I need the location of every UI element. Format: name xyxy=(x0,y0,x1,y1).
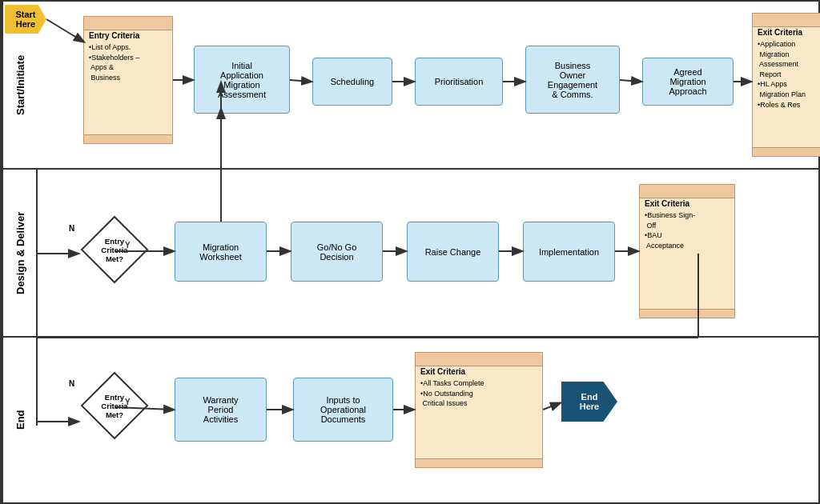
start-here-label: StartHere xyxy=(5,5,46,34)
lane-label-design-deliver: Design & Deliver xyxy=(2,170,37,336)
lanes: Start/Initiate Entry Criteria •List of A… xyxy=(2,2,818,502)
svg-line-17 xyxy=(543,403,560,410)
exit-criteria-1-title: Exit Criteria xyxy=(758,28,802,37)
exit-criteria-3-body: •All Tasks Complete•No Outstanding Criti… xyxy=(420,378,484,409)
n-label-2: N xyxy=(69,224,74,233)
inputs-operational-box: Inputs toOperationalDocuments xyxy=(293,378,393,442)
warranty-period-box: WarrantyPeriodActivities xyxy=(175,378,267,442)
entry-criteria-2-diamond-container: EntryCriteriaMet? xyxy=(78,222,151,278)
go-no-go-box: Go/No GoDecision xyxy=(291,222,383,282)
lane-start-initiate: Start/Initiate Entry Criteria •List of A… xyxy=(2,2,818,170)
biz-owner-box: BusinessOwnerEngagement& Comms. xyxy=(525,46,620,114)
svg-line-4 xyxy=(620,80,641,82)
exit-criteria-2-title: Exit Criteria xyxy=(645,199,689,208)
exit-criteria-1-body: •Application Migration Assessment Report… xyxy=(758,39,806,110)
raise-change-box: Raise Change xyxy=(407,222,499,282)
diamond-2-label: EntryCriteriaMet? xyxy=(78,222,151,278)
migration-worksheet-box: MigrationWorksheet xyxy=(175,222,267,282)
lane-content-1: Entry Criteria •List of Apps.•Stakeholde… xyxy=(37,2,818,168)
exit-criteria-3-title: Exit Criteria xyxy=(420,367,465,376)
entry-criteria-3-diamond-container: EntryCriteriaMet? xyxy=(78,378,151,434)
init-app-mig-box: InitialApplicationMigrationAssessment xyxy=(194,46,290,114)
exit-criteria-2-body: •Business Sign- Off•BAU Acceptance xyxy=(645,210,695,250)
lane-design-deliver: Design & Deliver EntryCriteriaMet? N Mig… xyxy=(2,170,818,338)
agreed-migration-box: AgreedMigrationApproach xyxy=(642,58,734,106)
entry-criteria-1: Entry Criteria •List of Apps.•Stakeholde… xyxy=(83,16,173,144)
lane-content-3: EntryCriteriaMet? N WarrantyPeriodActivi… xyxy=(37,338,818,502)
implementation-box: Implementation xyxy=(523,222,615,282)
exit-criteria-1: Exit Criteria •Application Migration Ass… xyxy=(752,13,820,157)
entry-criteria-1-body: •List of Apps.•Stakeholders – Apps & Bus… xyxy=(89,42,139,82)
n-label-3: N xyxy=(69,379,74,388)
entry-criteria-1-title: Entry Criteria xyxy=(89,31,139,40)
prioritisation-box: Prioritisation xyxy=(415,58,503,106)
end-here-label: EndHere xyxy=(561,382,617,422)
lane-content-2: EntryCriteriaMet? N MigrationWorksheet G… xyxy=(37,170,818,336)
diagram-container: StartHere Start/Initiate Entry Criteria … xyxy=(0,0,820,504)
exit-criteria-2: Exit Criteria •Business Sign- Off•BAU Ac… xyxy=(639,184,735,318)
svg-line-1 xyxy=(290,80,311,82)
exit-criteria-3: Exit Criteria •All Tasks Complete•No Out… xyxy=(415,352,543,468)
lane-end: End EntryCriteriaMet? N WarrantyPeriodAc… xyxy=(2,338,818,502)
lane-label-end: End xyxy=(2,338,37,502)
diamond-3-label: EntryCriteriaMet? xyxy=(78,378,151,434)
scheduling-box: Scheduling xyxy=(312,58,392,106)
